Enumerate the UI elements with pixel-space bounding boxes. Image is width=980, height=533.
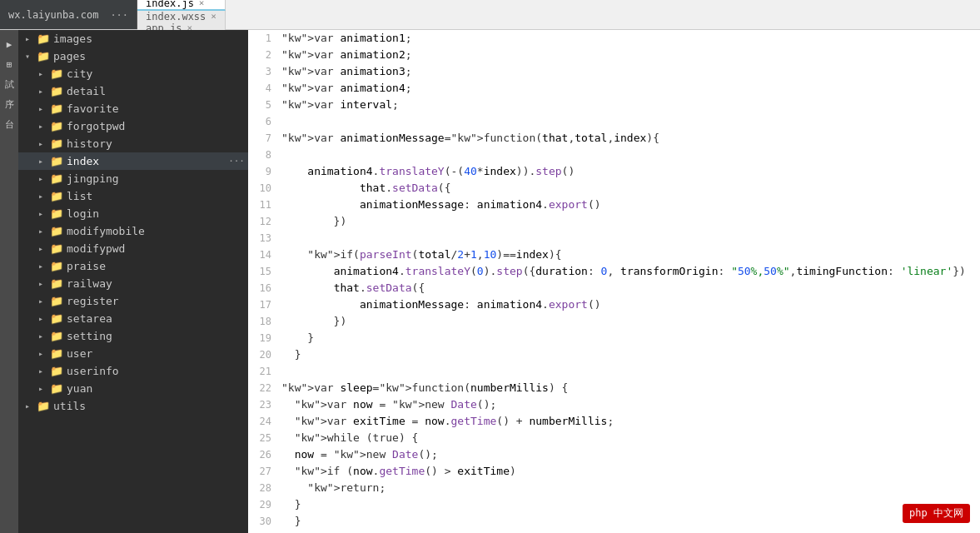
arrow-icon: ▸ bbox=[38, 209, 50, 218]
sidebar-item-history[interactable]: ▸📁history bbox=[18, 135, 248, 152]
folder-icon: 📁 bbox=[50, 312, 63, 325]
tab-index_js[interactable]: index.js× bbox=[137, 0, 226, 11]
sidebar-item-label: modifymobile bbox=[67, 225, 248, 237]
close-icon[interactable]: × bbox=[199, 0, 205, 8]
sidebar-item-yuan[interactable]: ▸📁yuan bbox=[18, 380, 248, 397]
code-line: 11 animationMessage: animation4.export() bbox=[248, 197, 980, 213]
arrow-icon: ▸ bbox=[38, 139, 50, 148]
line-number: 1 bbox=[248, 30, 281, 47]
code-content: "kw">var animation4; bbox=[281, 80, 980, 97]
icon-strip-item-3[interactable]: 試 bbox=[2, 77, 17, 92]
arrow-icon: ▸ bbox=[38, 157, 50, 166]
code-line: 15 animation4.translateY(0).step({durati… bbox=[248, 263, 980, 280]
arrow-icon: ▸ bbox=[38, 262, 50, 271]
line-number: 26 bbox=[248, 446, 281, 463]
sidebar-item-praise[interactable]: ▸📁praise bbox=[18, 257, 248, 275]
icon-strip-item-5[interactable]: 台 bbox=[2, 117, 17, 132]
sidebar-item-modifypwd[interactable]: ▸📁modifypwd bbox=[18, 240, 248, 257]
icon-strip-item-1[interactable]: ▶ bbox=[2, 37, 17, 52]
sidebar-item-detail[interactable]: ▸📁detail bbox=[18, 82, 248, 100]
sidebar-item-favorite[interactable]: ▸📁favorite bbox=[18, 100, 248, 117]
code-line: 16 that.setData({ bbox=[248, 280, 980, 296]
sidebar-item-jingping[interactable]: ▸📁jingping bbox=[18, 170, 248, 187]
folder-icon: 📁 bbox=[37, 50, 50, 62]
code-line: 24 "kw">var exitTime = now.getTime() + n… bbox=[248, 413, 980, 430]
sidebar-item-label: railway bbox=[67, 277, 248, 290]
arrow-icon: ▸ bbox=[38, 174, 50, 183]
sidebar-item-label: list bbox=[67, 190, 248, 202]
sidebar-item-register[interactable]: ▸📁register bbox=[18, 292, 248, 310]
arrow-icon: ▸ bbox=[38, 296, 50, 306]
sidebar-item-city[interactable]: ▸📁city bbox=[18, 65, 248, 82]
code-content: } bbox=[281, 496, 980, 513]
line-number: 18 bbox=[248, 313, 281, 330]
sidebar-item-railway[interactable]: ▸📁railway bbox=[18, 275, 248, 292]
folder-icon: 📁 bbox=[50, 242, 63, 255]
arrow-icon: ▸ bbox=[38, 384, 50, 393]
tab-label: index.js bbox=[146, 0, 194, 9]
arrow-icon: ▸ bbox=[38, 279, 50, 288]
sidebar-item-label: setting bbox=[67, 330, 248, 342]
sidebar-item-forgotpwd[interactable]: ▸📁forgotpwd bbox=[18, 117, 248, 135]
icon-strip-item-2[interactable]: ⊞ bbox=[2, 57, 17, 72]
sidebar-item-label: pages bbox=[53, 50, 248, 62]
folder-icon: 📁 bbox=[50, 330, 63, 342]
sidebar: ▸📁images▾📁pages▸📁city▸📁detail▸📁favorite▸… bbox=[18, 30, 248, 533]
sidebar-item-userinfo[interactable]: ▸📁userinfo bbox=[18, 362, 248, 380]
folder-icon: 📁 bbox=[37, 400, 50, 412]
line-number: 9 bbox=[248, 163, 281, 180]
sidebar-item-utils[interactable]: ▸📁utils bbox=[18, 397, 248, 415]
sidebar-item-login[interactable]: ▸📁login bbox=[18, 205, 248, 222]
code-content: "kw">var animation3; bbox=[281, 63, 980, 80]
sidebar-item-list[interactable]: ▸📁list bbox=[18, 187, 248, 205]
sidebar-item-setting[interactable]: ▸📁setting bbox=[18, 327, 248, 345]
folder-icon: 📁 bbox=[50, 67, 63, 80]
line-number: 12 bbox=[248, 213, 281, 230]
arrow-icon: ▸ bbox=[38, 331, 50, 341]
folder-icon: 📁 bbox=[50, 190, 63, 202]
folder-icon: 📁 bbox=[50, 207, 63, 220]
close-icon[interactable]: × bbox=[211, 11, 216, 22]
sidebar-item-label: modifypwd bbox=[67, 242, 248, 255]
sidebar-item-label: jingping bbox=[67, 172, 248, 185]
line-number: 30 bbox=[248, 513, 281, 530]
sidebar-item-images[interactable]: ▸📁images bbox=[18, 30, 248, 47]
code-content: "kw">var animation1; bbox=[281, 30, 980, 47]
code-content: "kw">var exitTime = now.getTime() + numb… bbox=[281, 413, 980, 430]
code-content: "kw">while (true) { bbox=[281, 430, 980, 446]
sidebar-item-index[interactable]: ▸📁index··· bbox=[18, 152, 248, 170]
folder-icon: 📁 bbox=[37, 32, 50, 45]
code-line: 28 "kw">return; bbox=[248, 480, 980, 496]
line-number: 23 bbox=[248, 396, 281, 413]
code-content: } bbox=[281, 330, 980, 346]
line-number: 25 bbox=[248, 430, 281, 446]
item-dots[interactable]: ··· bbox=[228, 156, 245, 167]
arrow-icon: ▸ bbox=[38, 104, 50, 113]
sidebar-item-label: login bbox=[67, 207, 248, 220]
arrow-icon: ▸ bbox=[38, 87, 50, 96]
code-line: 21 bbox=[248, 363, 980, 380]
code-content: } bbox=[281, 346, 980, 363]
code-line: 9 animation4.translateY(-(40*index)).ste… bbox=[248, 163, 980, 180]
sidebar-item-setarea[interactable]: ▸📁setarea bbox=[18, 310, 248, 327]
sidebar-item-label: register bbox=[67, 295, 248, 307]
folder-icon: 📁 bbox=[50, 382, 63, 395]
code-editor[interactable]: 1"kw">var animation1;2"kw">var animation… bbox=[248, 30, 980, 533]
code-line: 22"kw">var sleep="kw">function(numberMil… bbox=[248, 380, 980, 396]
code-content: "kw">var sleep="kw">function(numberMilli… bbox=[281, 380, 980, 396]
code-content: that.setData({ bbox=[281, 180, 980, 197]
code-line: 31Page({ bbox=[248, 530, 980, 533]
arrow-icon: ▸ bbox=[25, 34, 37, 43]
sidebar-item-modifymobile[interactable]: ▸📁modifymobile bbox=[18, 222, 248, 240]
code-line: 8 bbox=[248, 147, 980, 163]
line-number: 24 bbox=[248, 413, 281, 430]
line-number: 15 bbox=[248, 263, 281, 280]
icon-strip-item-4[interactable]: 序 bbox=[2, 97, 17, 112]
line-number: 21 bbox=[248, 363, 281, 380]
sidebar-item-user[interactable]: ▸📁user bbox=[18, 345, 248, 362]
sidebar-item-pages[interactable]: ▾📁pages bbox=[18, 47, 248, 65]
tab-index_wxss[interactable]: index.wxss× bbox=[137, 11, 226, 22]
code-line: 3"kw">var animation3; bbox=[248, 63, 980, 80]
line-number: 17 bbox=[248, 296, 281, 313]
code-line: 20 } bbox=[248, 346, 980, 363]
